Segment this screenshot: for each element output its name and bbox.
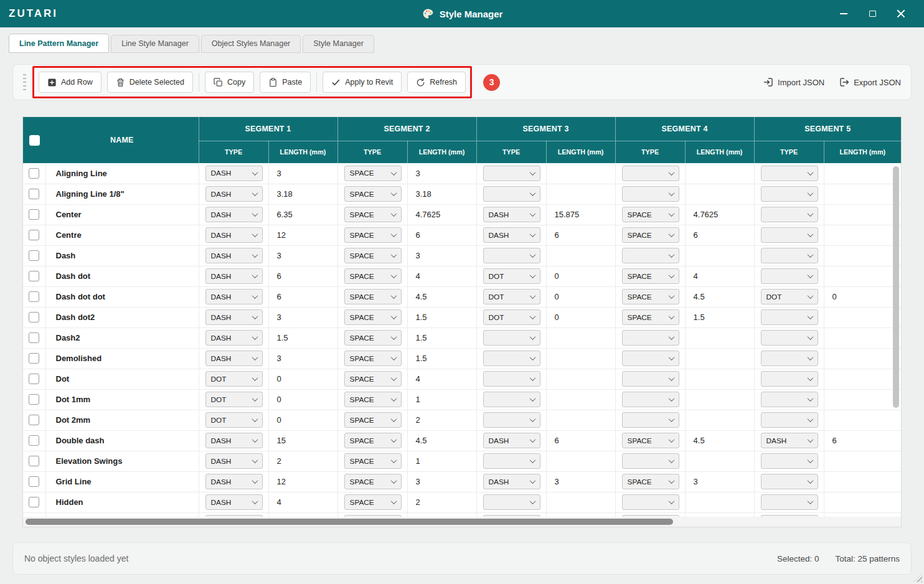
segment-length-cell[interactable]: 6 xyxy=(824,430,901,451)
row-checkbox[interactable] xyxy=(29,332,39,343)
segment-type-select[interactable]: SPACE xyxy=(344,186,402,202)
pattern-name-cell[interactable]: Double dash xyxy=(45,430,199,451)
row-checkbox[interactable] xyxy=(29,456,39,466)
segment-type-select[interactable]: SPACE xyxy=(622,289,679,304)
segment-length-cell[interactable] xyxy=(685,451,754,471)
segment-type-select[interactable]: DASH xyxy=(205,268,263,284)
tab-line-style-manager[interactable]: Line Style Manager xyxy=(111,35,199,53)
segment-length-cell[interactable] xyxy=(824,327,901,348)
segment-length-cell[interactable] xyxy=(546,348,615,369)
segment-type-select[interactable]: DOT xyxy=(483,289,540,304)
segment-type-select[interactable] xyxy=(483,392,540,407)
segment-type-select[interactable]: SPACE xyxy=(344,248,402,263)
segment-length-cell[interactable]: 15.875 xyxy=(546,204,615,225)
import-json-button[interactable]: Import JSON xyxy=(763,77,824,87)
segment-length-cell[interactable]: 12 xyxy=(268,471,337,492)
refresh-button[interactable]: Refresh xyxy=(407,72,466,93)
segment-type-select[interactable]: DASH xyxy=(205,207,263,222)
segment-type-select[interactable]: SPACE xyxy=(344,392,402,407)
segment-type-select[interactable]: DASH xyxy=(205,289,263,304)
segment-type-select[interactable]: SPACE xyxy=(622,268,679,284)
segment-type-select[interactable] xyxy=(622,371,679,387)
pattern-name-cell[interactable]: Center xyxy=(45,204,199,225)
apply-to-revit-button[interactable]: Apply to Revit xyxy=(323,72,402,93)
segment-length-cell[interactable] xyxy=(824,245,901,266)
segment-length-cell[interactable]: 6 xyxy=(268,286,337,307)
segment-type-select[interactable] xyxy=(622,412,679,428)
segment-length-cell[interactable] xyxy=(824,225,901,245)
segment-length-cell[interactable]: 4 xyxy=(685,266,754,286)
segment-length-cell[interactable]: 4 xyxy=(268,492,337,512)
segment-length-cell[interactable] xyxy=(824,307,901,327)
segment-length-cell[interactable] xyxy=(546,492,615,512)
segment-length-cell[interactable] xyxy=(546,245,615,266)
segment-length-cell[interactable] xyxy=(824,266,901,286)
segment-length-cell[interactable]: 1 xyxy=(407,389,476,410)
row-checkbox[interactable] xyxy=(29,394,39,405)
pattern-name-cell[interactable]: Aligning Line 1/8" xyxy=(45,184,199,204)
drag-handle[interactable] xyxy=(23,74,26,90)
segment-type-select[interactable]: DASH xyxy=(205,186,263,202)
add-row-button[interactable]: Add Row xyxy=(39,72,101,93)
segment-length-cell[interactable]: 15 xyxy=(268,430,337,451)
segment-type-select[interactable]: SPACE xyxy=(344,412,402,428)
pattern-name-cell[interactable]: Dash dot dot xyxy=(45,286,199,307)
segment-type-select[interactable] xyxy=(761,186,818,202)
row-checkbox[interactable] xyxy=(29,271,39,281)
segment-type-select[interactable]: DOT xyxy=(761,289,818,304)
segment-type-select[interactable]: DOT xyxy=(483,268,540,284)
segment-length-cell[interactable]: 0 xyxy=(268,410,337,430)
pattern-name-cell[interactable]: Centre xyxy=(45,225,199,245)
row-checkbox[interactable] xyxy=(29,374,39,384)
pattern-name-cell[interactable]: Hidden xyxy=(45,492,199,512)
segment-type-select[interactable] xyxy=(761,494,818,510)
segment-length-cell[interactable] xyxy=(824,369,901,389)
segment-type-select[interactable] xyxy=(483,412,540,428)
segment-length-cell[interactable]: 4 xyxy=(407,266,476,286)
segment-length-cell[interactable] xyxy=(824,410,901,430)
segment-length-cell[interactable]: 2 xyxy=(407,410,476,430)
segment-length-cell[interactable]: 3 xyxy=(268,348,337,369)
segment-length-cell[interactable]: 4.5 xyxy=(407,286,476,307)
resize-grip[interactable] xyxy=(913,573,922,582)
segment-length-cell[interactable] xyxy=(824,492,901,512)
segment-type-select[interactable] xyxy=(761,412,818,428)
segment-length-cell[interactable]: 2 xyxy=(407,492,476,512)
segment-length-cell[interactable] xyxy=(824,389,901,410)
segment-type-select[interactable]: SPACE xyxy=(622,227,679,243)
segment-length-cell[interactable]: 1 xyxy=(407,451,476,471)
segment-type-select[interactable]: SPACE xyxy=(344,166,402,181)
segment-type-select[interactable]: SPACE xyxy=(344,309,402,325)
segment-type-select[interactable] xyxy=(483,351,540,366)
segment-length-cell[interactable]: 0 xyxy=(824,286,901,307)
segment-type-select[interactable] xyxy=(761,392,818,407)
segment-type-select[interactable] xyxy=(761,268,818,284)
segment-length-cell[interactable]: 6 xyxy=(546,225,615,245)
segment-type-select[interactable] xyxy=(622,392,679,407)
segment-type-select[interactable] xyxy=(761,330,818,346)
segment-type-select[interactable]: DOT xyxy=(483,309,540,325)
paste-button[interactable]: Paste xyxy=(260,72,311,93)
segment-length-cell[interactable]: 12 xyxy=(268,225,337,245)
pattern-name-cell[interactable]: Dash dot2 xyxy=(45,307,199,327)
segment-length-cell[interactable]: 3.18 xyxy=(268,184,337,204)
segment-length-cell[interactable] xyxy=(546,451,615,471)
segment-length-cell[interactable]: 6.35 xyxy=(268,204,337,225)
segment-type-select[interactable]: SPACE xyxy=(344,227,402,243)
segment-type-select[interactable] xyxy=(761,227,818,243)
segment-type-select[interactable]: SPACE xyxy=(344,433,402,448)
row-checkbox[interactable] xyxy=(29,209,39,220)
segment-type-select[interactable]: DASH xyxy=(205,166,263,181)
segment-type-select[interactable]: SPACE xyxy=(344,268,402,284)
segment-length-cell[interactable]: 1.5 xyxy=(268,327,337,348)
segment-type-select[interactable] xyxy=(761,166,818,181)
segment-type-select[interactable]: DOT xyxy=(205,412,263,428)
segment-length-cell[interactable]: 6 xyxy=(407,225,476,245)
minimize-button[interactable] xyxy=(829,3,858,24)
segment-length-cell[interactable]: 4.5 xyxy=(407,430,476,451)
segment-type-select[interactable]: SPACE xyxy=(344,453,402,469)
row-checkbox[interactable] xyxy=(29,291,39,302)
segment-type-select[interactable]: DASH xyxy=(205,330,263,346)
segment-type-select[interactable]: SPACE xyxy=(622,474,679,489)
select-all-checkbox[interactable] xyxy=(29,135,40,146)
